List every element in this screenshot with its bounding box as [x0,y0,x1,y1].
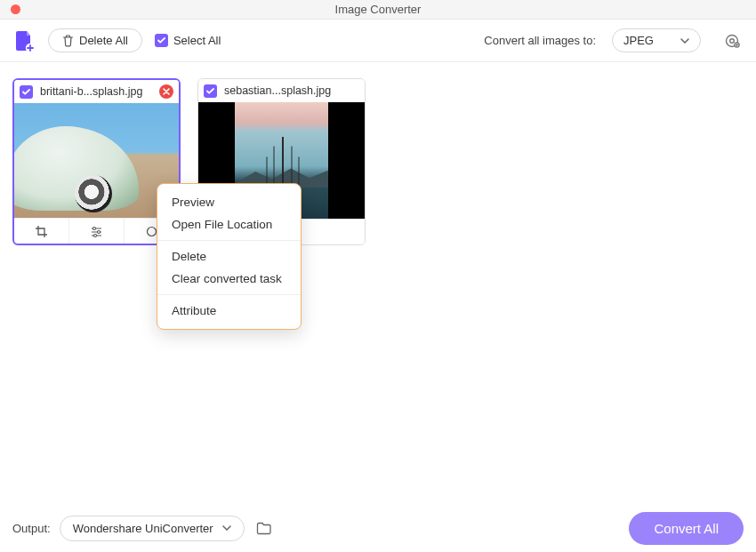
card-remove-button[interactable] [159,84,173,99]
output-label: Output: [12,522,51,535]
card-checkbox[interactable] [20,85,33,99]
chevron-down-icon [680,38,689,44]
card-header: sebastian...splash.jpg [198,79,365,102]
crop-icon [35,225,48,238]
card-filename: brittani-b...splash.jpg [40,85,152,98]
ctx-clear-task[interactable]: Clear converted task [157,268,301,290]
ctx-attribute[interactable]: Attribute [157,300,301,322]
card-tools [14,218,179,244]
image-card[interactable]: brittani-b...splash.jpg [12,78,181,245]
format-value: JPEG [623,34,654,47]
ctx-open-location[interactable]: Open File Location [157,213,301,236]
window-title: Image Converter [0,3,756,16]
svg-point-5 [98,230,101,233]
adjust-tool[interactable] [69,219,125,244]
card-header: brittani-b...splash.jpg [14,80,179,103]
open-output-folder-button[interactable] [253,517,275,539]
svg-point-7 [148,227,157,236]
sliders-icon [90,225,103,238]
footer: Output: Wondershare UniConverter Convert… [0,504,756,552]
card-thumbnail[interactable] [14,103,179,218]
crop-tool[interactable] [14,219,69,244]
output-path-select[interactable]: Wondershare UniConverter [60,516,245,541]
folder-icon [256,522,272,535]
settings-button[interactable] [720,29,744,52]
close-icon [162,87,171,96]
delete-all-button[interactable]: Delete All [48,28,142,52]
add-file-button[interactable] [12,29,36,52]
titlebar: Image Converter [0,0,756,20]
delete-all-label: Delete All [79,34,128,47]
checkbox-checked-icon [155,34,168,47]
thumbnail-grid: brittani-b...splash.jpg sebastian...spla… [0,62,756,505]
context-menu: Preview Open File Location Delete Clear … [157,183,302,330]
ctx-preview[interactable]: Preview [157,191,301,213]
format-select[interactable]: JPEG [612,28,701,52]
convert-all-button[interactable]: Convert All [629,512,744,545]
chevron-down-icon [222,525,231,531]
card-filename: sebastian...splash.jpg [224,84,359,97]
select-all-checkbox[interactable]: Select All [155,34,221,47]
gear-icon [723,32,741,50]
ctx-separator [157,240,301,241]
output-path-value: Wondershare UniConverter [73,522,213,535]
ctx-separator [157,294,301,295]
svg-point-2 [730,38,735,43]
window-close-dot[interactable] [11,4,20,14]
ctx-delete[interactable]: Delete [157,245,301,268]
trash-icon [62,35,74,47]
select-all-label: Select All [173,34,221,47]
toolbar: Delete All Select All Convert all images… [0,20,756,62]
convert-to-label: Convert all images to: [484,34,596,47]
svg-point-4 [93,227,96,229]
svg-point-6 [94,234,97,236]
card-checkbox[interactable] [204,84,217,98]
